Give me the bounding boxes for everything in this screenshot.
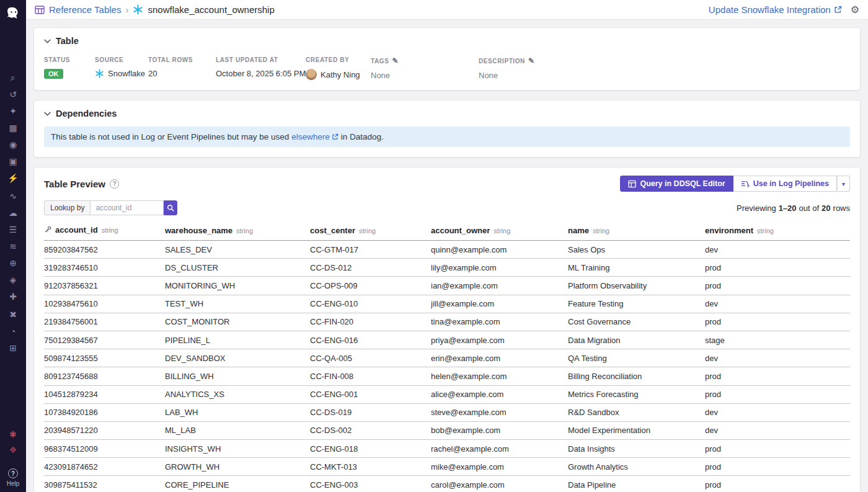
datadog-logo[interactable] [4,5,22,21]
previewing-middle: out of [799,204,820,213]
column-header-name[interactable]: namestring [568,222,705,241]
table-row[interactable]: 912037856321MONITORING_WHCC-OPS-009ian@e… [44,277,850,295]
error-tracking-icon[interactable]: ✖ [7,310,19,320]
page-title: snowflake_account_ownership [148,4,274,15]
table-row[interactable]: 319283746510DS_CLUSTERCC-DS-012lily@exam… [44,259,850,277]
table-row[interactable]: 309875411532CORE_PIPELINECC-ENG-003carol… [44,476,850,492]
table-info-card: Table STATUS OK SOURCE Snowflake [33,27,861,91]
table-cell: CC-QA-005 [310,349,431,367]
table-cell: SALES_DEV [165,241,310,259]
dependencies-section-title: Dependencies [56,109,117,119]
field-label-description: DESCRIPTION [479,58,525,65]
search-button[interactable] [164,200,177,215]
table-cell: dev [705,241,850,259]
table-row[interactable]: 107384920186LAB_WHCC-DS-019steve@example… [44,403,850,421]
search-icon [167,204,174,212]
table-cell: 203948571220 [44,421,165,439]
serverless-icon[interactable]: ☁ [7,208,19,218]
query-in-ddsql-editor-button[interactable]: Query in DDSQL Editor [620,176,733,192]
dependencies-section-toggle[interactable]: Dependencies [44,109,850,119]
table-cell: Feature Testing [568,295,705,313]
table-cell: erin@example.com [431,349,568,367]
table-cell: Cost Governance [568,313,705,331]
table-cell: ANALYTICS_XS [165,385,310,403]
table-row[interactable]: 509874123555DEV_SANDBOXCC-QA-005erin@exa… [44,349,850,367]
update-snowflake-integration-link[interactable]: Update Snowflake Integration [709,4,842,15]
breadcrumb-reference-tables[interactable]: Reference Tables [49,4,121,15]
dependencies-banner-text-after: in Datadog. [341,132,384,141]
security-icon[interactable]: ◈ [7,275,19,285]
dashboards-icon[interactable]: ▦ [7,123,19,133]
reference-tables-icon [35,6,45,14]
monitors-icon[interactable]: ◔ [7,327,19,336]
external-link-icon [834,6,842,14]
integrations-icon[interactable]: ⊞ [7,344,19,353]
table-row[interactable]: 809123745688BILLING_WHCC-FIN-008helen@ex… [44,367,850,385]
table-cell: 859203847562 [44,241,165,259]
table-row[interactable]: 968374512009INSIGHTS_WHCC-ENG-018rachel@… [44,440,850,458]
help-icon[interactable]: ? [8,468,18,478]
table-cell: 968374512009 [44,440,165,458]
table-cell: alice@example.com [431,385,568,403]
table-row[interactable]: 102938475610TEST_WHCC-ENG-010jill@exampl… [44,295,850,313]
help-block[interactable]: ? Help [7,468,20,487]
table-cell: CC-FIN-020 [310,313,431,331]
table-cell: TEST_WH [165,295,310,313]
edit-description-icon[interactable]: ✎ [528,56,535,65]
bits-ai-icon[interactable]: ❖ [7,445,19,455]
previewing-suffix: rows [833,204,850,213]
table-cell: CC-DS-012 [310,259,431,277]
table-cell: PIPELINE_L [165,331,310,349]
update-link-label: Update Snowflake Integration [709,4,831,15]
edit-tags-icon[interactable]: ✎ [392,56,399,65]
table-cell: dev [705,421,850,439]
table-cell: prod [705,313,850,331]
snowflake-icon [133,4,143,15]
table-cell: DEV_SANDBOX [165,349,310,367]
elsewhere-link[interactable]: elsewhere [291,132,339,141]
column-header-account_id[interactable]: account_idstring [44,222,165,241]
table-row[interactable]: 859203847562SALES_DEVCC-GTM-017quinn@exa… [44,241,850,259]
column-type: string [236,227,253,235]
search-icon[interactable]: ⌕ [7,73,19,83]
table-cell: CC-OPS-009 [310,277,431,295]
history-icon[interactable]: ↺ [7,90,19,99]
metrics-icon[interactable]: ∿ [7,192,19,201]
synthetics-icon[interactable]: ✚ [7,292,19,302]
ci-icon[interactable]: ⊕ [7,259,19,268]
settings-gear-icon[interactable]: ⚙ [851,4,859,16]
apm-icon[interactable]: ⚡ [7,174,19,183]
table-cell: CC-FIN-008 [310,367,431,385]
pipelines-dropdown-caret[interactable]: ▾ [837,176,850,192]
help-tooltip-icon[interactable]: ? [110,179,119,189]
table-row[interactable]: 104512879234ANALYTICS_XSCC-ENG-001alice@… [44,385,850,403]
table-row[interactable]: 750129384567PIPELINE_LCC-ENG-016priya@ex… [44,331,850,349]
lookup-by-button[interactable]: Lookup by [44,200,91,215]
lookup-input[interactable] [91,200,164,215]
table-cell: ian@example.com [431,277,568,295]
pipelines-icon[interactable]: ≋ [7,242,19,251]
table-cell: prod [705,277,850,295]
chevron-down-icon [44,112,51,116]
table-row[interactable]: 203948571220ML_LABCC-DS-002bob@example.c… [44,421,850,439]
table-section-toggle[interactable]: Table [44,36,850,46]
column-type: string [757,227,774,235]
security-hub-icon[interactable]: ✱ [7,430,19,439]
table-cell: CC-GTM-017 [310,241,431,259]
column-header-warehouse_name[interactable]: warehouse_namestring [165,222,310,241]
table-row[interactable]: 423091874652GROWTH_WHCC-MKT-013mike@exam… [44,458,850,476]
logs-icon[interactable]: ☰ [7,225,19,235]
column-header-cost_center[interactable]: cost_centerstring [310,222,431,241]
ai-sparkle-icon[interactable]: ✦ [7,107,19,116]
column-header-environment[interactable]: environmentstring [705,222,850,241]
watchdog-icon[interactable]: ◉ [7,140,19,150]
infrastructure-icon[interactable]: ▣ [7,157,19,166]
top-bar: Reference Tables › snowflake_account_own… [26,0,868,20]
use-in-log-pipelines-button[interactable]: Use in Log Pipelines [733,176,837,192]
lookup-group: Lookup by [44,200,177,215]
table-cell: helen@example.com [431,367,568,385]
field-tags: TAGS ✎ None [371,56,479,80]
table-cell: ML Training [568,259,705,277]
table-row[interactable]: 219384756001COST_MONITORCC-FIN-020tina@e… [44,313,850,331]
column-header-account_owner[interactable]: account_ownerstring [431,222,568,241]
